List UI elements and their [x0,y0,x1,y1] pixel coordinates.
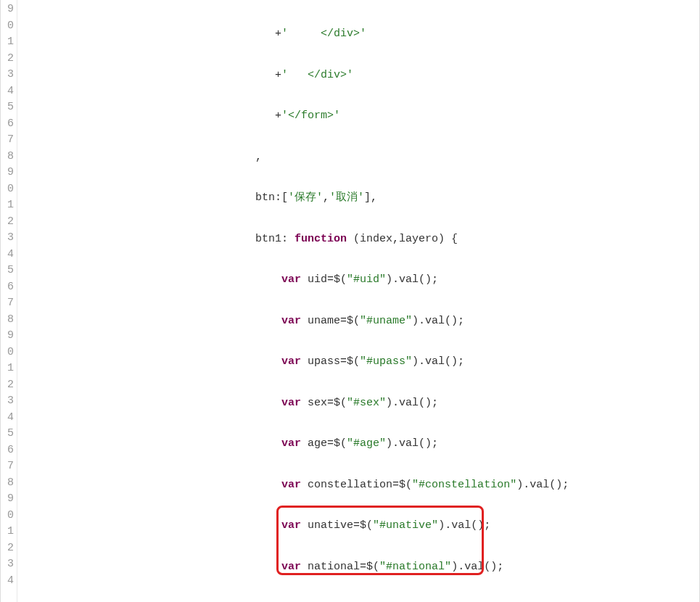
code-line: btn1: function (index,layero) { [17,231,699,248]
line-number: 2 [1,377,17,394]
line-number: 2 [1,51,17,67]
line-number: 1 [1,34,17,51]
line-number: 7 [1,458,17,475]
line-number: 0 [1,18,17,35]
line-number: 5 [1,99,17,116]
code-line: var sex=$("#sex").val(); [17,395,699,412]
line-number: 4 [1,573,17,590]
line-number: 0 [1,345,17,361]
line-number: 2 [1,540,17,557]
line-number: 5 [1,263,17,279]
code-line: btn:['保存','取消'], [17,190,699,207]
code-line: var constellation=$("#constellation").va… [17,477,699,494]
line-number: 2 [1,214,17,231]
line-number: 9 [1,491,17,508]
line-number: 9 [1,1,17,18]
line-number: 0 [1,181,17,198]
line-number: 4 [1,83,17,100]
line-number: 4 [1,410,17,426]
code-line: var national=$("#national").val(); [17,559,699,576]
code-line: var upass=$("#upass").val(); [17,354,699,371]
code-line: +'</form>' [17,108,699,125]
line-number: 3 [1,67,17,83]
code-line: , [17,149,699,166]
code-line: +' </div>' [17,26,699,43]
line-number: 8 [1,312,17,329]
line-number: 6 [1,116,17,133]
code-line: var uname=$("#uname").val(); [17,313,699,330]
line-number-gutter: 901234567890123456789012345678901234 [1,0,17,602]
code-area[interactable]: +' </div>' +' </div>' +'</form>' , [17,0,699,602]
code-line: var age=$("#age").val(); [17,436,699,453]
code-line: +' </div>' [17,67,699,84]
line-number: 6 [1,279,17,296]
line-number: 5 [1,426,17,442]
line-number: 6 [1,442,17,459]
line-number: 9 [1,328,17,345]
line-number: 4 [1,247,17,263]
line-number: 3 [1,393,17,410]
line-number: 3 [1,230,17,247]
line-number: 7 [1,295,17,312]
code-line: var unative=$("#unative").val(); [17,518,699,535]
line-number: 7 [1,132,17,149]
code-line: var uid=$("#uid").val(); [17,272,699,289]
code-editor[interactable]: 901234567890123456789012345678901234 +' … [0,0,700,602]
line-number: 9 [1,165,17,181]
line-number: 1 [1,197,17,214]
line-number: 3 [1,556,17,573]
line-number: 1 [1,524,17,540]
line-number: 8 [1,475,17,492]
line-number: 1 [1,360,17,377]
line-number: 8 [1,149,17,165]
line-number: 0 [1,508,17,524]
